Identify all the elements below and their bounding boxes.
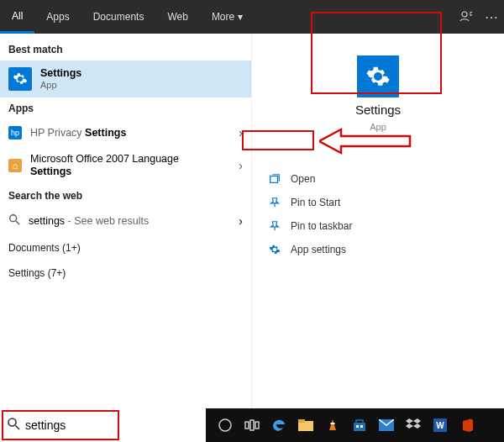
- taskview-icon[interactable]: [239, 408, 265, 442]
- preview-actions: Open Pin to Start Pin to taskbar App set…: [252, 167, 504, 261]
- pin-icon: [269, 197, 282, 208]
- search-panel: Best match Settings App Apps hp HP Priva…: [0, 34, 504, 408]
- feedback-icon[interactable]: [454, 0, 479, 34]
- tab-web[interactable]: Web: [155, 0, 199, 34]
- word-icon[interactable]: W: [428, 408, 453, 442]
- action-label: Pin to Start: [291, 197, 340, 208]
- section-apps: Apps: [0, 97, 251, 119]
- svg-rect-8: [255, 422, 259, 429]
- svg-rect-12: [331, 423, 335, 424]
- action-pin-start[interactable]: Pin to Start: [252, 191, 504, 214]
- svg-rect-2: [270, 176, 278, 183]
- gear-icon: [8, 67, 32, 91]
- taskbar-icons: W: [213, 408, 480, 442]
- svg-rect-14: [356, 420, 363, 424]
- preview-pane: Settings App Open Pin to Start Pin to ta…: [252, 34, 504, 408]
- svg-point-0: [462, 12, 467, 17]
- tab-apps[interactable]: Apps: [34, 0, 81, 34]
- result-line1: Microsoft Office 2007 Language: [30, 153, 179, 166]
- result-text: Settings App: [40, 67, 81, 91]
- result-settings-app[interactable]: Settings App: [0, 61, 251, 97]
- svg-point-1: [10, 215, 17, 222]
- section-search-web: Search the web: [0, 185, 251, 207]
- search-input[interactable]: [25, 418, 199, 432]
- svg-marker-11: [329, 419, 336, 430]
- gear-icon: [357, 55, 399, 97]
- chevron-down-icon: ▾: [238, 11, 243, 23]
- spacer: [255, 0, 454, 34]
- result-hp-privacy[interactable]: hp HP Privacy Settings ›: [0, 119, 251, 146]
- open-icon: [269, 173, 282, 185]
- tab-documents[interactable]: Documents: [81, 0, 156, 34]
- taskbar: W: [0, 408, 504, 442]
- svg-point-5: [219, 419, 231, 431]
- svg-marker-21: [413, 424, 421, 429]
- chevron-right-icon: ›: [239, 214, 243, 228]
- tab-more[interactable]: More ▾: [200, 0, 255, 34]
- chevron-right-icon: ›: [239, 126, 243, 139]
- result-web-settings[interactable]: settings - See web results ›: [0, 207, 251, 235]
- result-office-language[interactable]: ⌂ Microsoft Office 2007 Language Setting…: [0, 146, 251, 185]
- svg-marker-24: [463, 418, 473, 432]
- svg-marker-19: [413, 418, 421, 424]
- svg-marker-18: [406, 418, 413, 424]
- mail-icon[interactable]: [374, 408, 399, 442]
- search-icon: [8, 213, 20, 229]
- svg-rect-15: [356, 425, 359, 428]
- tab-more-label: More: [212, 11, 234, 23]
- pin-icon: [269, 220, 282, 232]
- result-sub: App: [40, 80, 81, 91]
- svg-rect-6: [245, 422, 249, 429]
- svg-rect-10: [298, 419, 305, 423]
- hp-icon: hp: [8, 126, 22, 139]
- chevron-right-icon: ›: [239, 159, 243, 172]
- result-name: Settings: [40, 67, 81, 80]
- svg-rect-7: [250, 420, 254, 430]
- office-icon[interactable]: [454, 408, 480, 442]
- action-label: App settings: [291, 244, 346, 255]
- gear-icon: [269, 244, 282, 255]
- svg-rect-16: [360, 425, 363, 428]
- web-result-text: settings - See web results: [29, 215, 149, 227]
- office-icon: ⌂: [8, 159, 22, 172]
- tab-all[interactable]: All: [0, 0, 34, 34]
- store-icon[interactable]: [347, 408, 372, 442]
- vlc-icon[interactable]: [320, 408, 345, 442]
- action-label: Open: [291, 173, 315, 185]
- section-best-match: Best match: [0, 39, 251, 61]
- action-open[interactable]: Open: [252, 167, 504, 191]
- result-text: HP Privacy Settings: [30, 127, 126, 139]
- cortana-icon[interactable]: [213, 408, 238, 442]
- dropbox-icon[interactable]: [401, 408, 426, 442]
- edge-icon[interactable]: [266, 408, 291, 442]
- preview-card: Settings App: [315, 49, 441, 139]
- preview-sub: App: [370, 122, 386, 132]
- svg-point-4: [8, 418, 16, 426]
- svg-text:W: W: [436, 421, 444, 430]
- svg-marker-20: [406, 424, 413, 429]
- result-text: Microsoft Office 2007 Language Settings: [30, 153, 179, 178]
- preview-title: Settings: [355, 103, 401, 117]
- action-label: Pin to taskbar: [291, 220, 352, 232]
- result-bold: Settings: [30, 166, 179, 178]
- documents-more-link[interactable]: Documents (1+): [0, 235, 251, 260]
- more-options-icon[interactable]: ⋯: [479, 0, 504, 34]
- search-tabbar: All Apps Documents Web More ▾ ⋯: [0, 0, 504, 34]
- results-left: Best match Settings App Apps hp HP Priva…: [0, 34, 252, 408]
- action-app-settings[interactable]: App settings: [252, 238, 504, 261]
- settings-more-link[interactable]: Settings (7+): [0, 260, 251, 286]
- explorer-icon[interactable]: [293, 408, 318, 442]
- search-icon: [7, 417, 20, 434]
- action-pin-taskbar[interactable]: Pin to taskbar: [252, 214, 504, 238]
- taskbar-search[interactable]: [0, 408, 206, 442]
- result-name: HP Privacy Settings: [30, 127, 126, 139]
